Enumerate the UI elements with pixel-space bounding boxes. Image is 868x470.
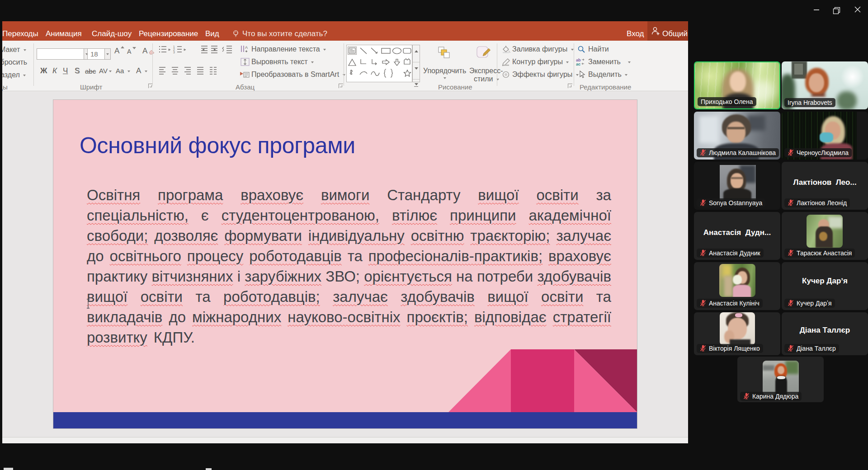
svg-text:ac: ac (576, 62, 580, 66)
svg-text:3: 3 (173, 51, 175, 54)
svg-text:А: А (245, 45, 248, 50)
